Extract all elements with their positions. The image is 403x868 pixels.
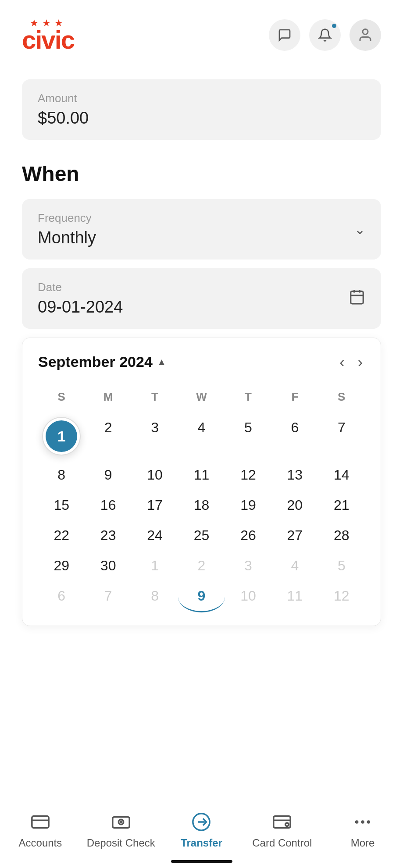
calendar-week-6: 6 7 8 9 10 11 12: [38, 581, 365, 612]
calendar-day-22[interactable]: 22: [38, 520, 85, 551]
day-header-sun: S: [38, 386, 85, 408]
calendar-day-18[interactable]: 18: [178, 490, 225, 520]
date-value: 09-01-2024: [38, 298, 123, 317]
calendar-day-oct-12[interactable]: 12: [318, 581, 365, 612]
calendar-day-21[interactable]: 21: [318, 490, 365, 520]
calendar-day-19[interactable]: 19: [225, 490, 271, 520]
calendar-day-oct-8[interactable]: 8: [132, 581, 178, 612]
calendar-day-oct-4[interactable]: 4: [271, 551, 318, 581]
svg-point-7: [118, 819, 124, 825]
calendar-day-oct-3[interactable]: 3: [225, 551, 271, 581]
svg-point-0: [363, 29, 368, 35]
accounts-icon: [29, 811, 52, 833]
calendar-day-7[interactable]: 7: [318, 413, 365, 460]
user-profile-button[interactable]: [350, 19, 381, 51]
calendar-day-11[interactable]: 11: [178, 460, 225, 490]
calendar-day-12[interactable]: 12: [225, 460, 271, 490]
calendar-day-5[interactable]: 5: [225, 413, 271, 460]
calendar-day-28[interactable]: 28: [318, 520, 365, 551]
calendar-day-17[interactable]: 17: [132, 490, 178, 520]
day-header-fri: F: [271, 386, 318, 408]
calendar-day-24[interactable]: 24: [132, 520, 178, 551]
calendar-grid: S M T W T F S 1 2 3 4 5 6 7: [38, 386, 365, 612]
nav-accounts[interactable]: Accounts: [0, 807, 81, 849]
calendar-day-23[interactable]: 23: [85, 520, 131, 551]
frequency-value: Monthly: [38, 228, 96, 247]
calendar-day-15[interactable]: 15: [38, 490, 85, 520]
frequency-label: Frequency: [38, 211, 96, 225]
calendar-day-30[interactable]: 30: [85, 551, 131, 581]
calendar-day-oct-6[interactable]: 6: [38, 581, 85, 612]
calendar-navigation: ‹ ›: [337, 351, 365, 373]
chat-button[interactable]: [269, 19, 300, 51]
calendar-day-oct-10[interactable]: 10: [225, 581, 271, 612]
calendar-day-25[interactable]: 25: [178, 520, 225, 551]
svg-rect-5: [32, 816, 49, 828]
when-section: When Frequency Monthly ⌄ Date 09-01-2024: [0, 162, 403, 329]
calendar-day-6[interactable]: 6: [271, 413, 318, 460]
more-icon: [351, 811, 374, 833]
card-control-icon: [271, 811, 293, 833]
deposit-check-label: Deposit Check: [87, 837, 155, 849]
chat-icon: [278, 28, 292, 42]
calendar-day-2[interactable]: 2: [85, 413, 131, 460]
frequency-selector[interactable]: Frequency Monthly ⌄: [22, 199, 381, 260]
notification-icon: [318, 28, 332, 42]
svg-point-12: [355, 820, 359, 824]
bottom-navigation: Accounts Deposit Check Transfer: [0, 798, 403, 868]
calendar-week-4: 22 23 24 25 26 27 28: [38, 520, 365, 551]
svg-point-11: [285, 823, 289, 826]
calendar-day-oct-7[interactable]: 7: [85, 581, 131, 612]
calendar-week-5: 29 30 1 2 3 4 5: [38, 551, 365, 581]
svg-rect-1: [351, 291, 364, 304]
nav-card-control[interactable]: Card Control: [242, 807, 322, 849]
date-selector[interactable]: Date 09-01-2024: [22, 268, 381, 329]
home-indicator: [171, 860, 232, 863]
calendar-picker: September 2024 ▲ ‹ › S M T W T F S 1: [22, 338, 381, 626]
calendar-week-3: 15 16 17 18 19 20 21: [38, 490, 365, 520]
notification-button[interactable]: [309, 19, 341, 51]
card-control-label: Card Control: [252, 837, 312, 849]
date-label: Date: [38, 281, 123, 294]
calendar-day-1-selected[interactable]: 1: [57, 428, 66, 445]
nav-transfer[interactable]: Transfer: [161, 807, 242, 849]
calendar-week-2: 8 9 10 11 12 13 14: [38, 460, 365, 490]
nav-more[interactable]: More: [322, 807, 403, 849]
calendar-day-13[interactable]: 13: [271, 460, 318, 490]
calendar-next-button[interactable]: ›: [356, 351, 365, 373]
calendar-day-10[interactable]: 10: [132, 460, 178, 490]
calendar-day-9[interactable]: 9: [85, 460, 131, 490]
transfer-icon: [190, 811, 213, 833]
month-dropdown-icon: ▲: [157, 356, 167, 368]
calendar-week-1: 1 2 3 4 5 6 7: [38, 413, 365, 460]
calendar-day-oct-2[interactable]: 2: [178, 551, 225, 581]
calendar-day-20[interactable]: 20: [271, 490, 318, 520]
calendar-day-3[interactable]: 3: [132, 413, 178, 460]
calendar-day-16[interactable]: 16: [85, 490, 131, 520]
calendar-prev-button[interactable]: ‹: [337, 351, 346, 373]
calendar-month-year: September 2024: [38, 353, 153, 370]
amount-value: $50.00: [38, 109, 365, 128]
calendar-day-26[interactable]: 26: [225, 520, 271, 551]
day-header-wed: W: [178, 386, 225, 408]
transfer-label: Transfer: [181, 837, 222, 849]
month-year-selector[interactable]: September 2024 ▲: [38, 353, 167, 370]
date-content: Date 09-01-2024: [38, 281, 123, 317]
calendar-day-oct-5[interactable]: 5: [318, 551, 365, 581]
deposit-check-icon: [110, 811, 132, 833]
calendar-day-29[interactable]: 29: [38, 551, 85, 581]
amount-label: Amount: [38, 92, 365, 105]
header-divider: [0, 66, 403, 66]
amount-field: Amount $50.00: [22, 79, 381, 140]
calendar-day-oct-11[interactable]: 11: [271, 581, 318, 612]
calendar-day-9-highlighted[interactable]: 9: [178, 581, 225, 612]
nav-deposit-check[interactable]: Deposit Check: [81, 807, 161, 849]
calendar-day-8[interactable]: 8: [38, 460, 85, 490]
svg-point-14: [367, 820, 371, 824]
calendar-day-oct-1[interactable]: 1: [132, 551, 178, 581]
header-actions: [269, 19, 381, 51]
svg-point-13: [361, 820, 364, 824]
calendar-day-4[interactable]: 4: [178, 413, 225, 460]
calendar-day-14[interactable]: 14: [318, 460, 365, 490]
calendar-day-27[interactable]: 27: [271, 520, 318, 551]
